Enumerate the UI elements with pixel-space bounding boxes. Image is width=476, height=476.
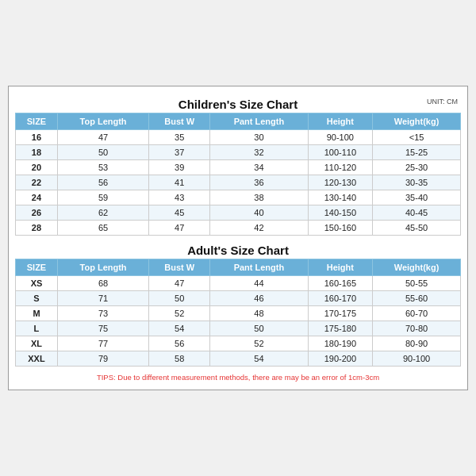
table-cell: 170-175 — [308, 306, 373, 321]
table-cell: 140-150 — [308, 205, 373, 221]
table-cell: 79 — [57, 351, 148, 367]
table-cell: 52 — [149, 306, 210, 321]
table-row: 22564136120-13030-35 — [16, 175, 461, 190]
table-cell: 30 — [210, 130, 308, 145]
table-cell: 43 — [149, 190, 210, 205]
table-cell: 75 — [57, 321, 148, 336]
table-cell: 24 — [16, 190, 58, 205]
table-cell: 38 — [210, 190, 308, 205]
children-header-row: SIZETop LengthBust WPant LengthHeightWei… — [16, 113, 461, 130]
table-cell: 56 — [149, 336, 210, 351]
table-cell: 65 — [57, 221, 148, 236]
table-cell: 56 — [57, 175, 148, 190]
table-row: 1647353090-100<15 — [16, 130, 461, 145]
children-title-text: Children's Size Chart — [178, 98, 298, 111]
table-cell: 175-180 — [308, 321, 373, 336]
table-cell: 190-200 — [308, 351, 373, 367]
table-cell: 47 — [149, 276, 210, 291]
table-cell: 55-60 — [373, 291, 461, 306]
adult-header-row: SIZETop LengthBust WPant LengthHeightWei… — [16, 259, 461, 276]
table-cell: 18 — [16, 145, 58, 160]
table-cell: 58 — [149, 351, 210, 367]
table-cell: 42 — [210, 221, 308, 236]
table-row: XS684744160-16550-55 — [16, 276, 461, 291]
adult-header-cell: SIZE — [16, 259, 58, 276]
table-row: XXL795854190-20090-100 — [16, 351, 461, 367]
children-header-cell: Weight(kg) — [373, 113, 461, 130]
table-cell: 60-70 — [373, 306, 461, 321]
table-cell: 52 — [210, 336, 308, 351]
table-cell: 45-50 — [373, 221, 461, 236]
adult-size-table: SIZETop LengthBust WPant LengthHeightWei… — [15, 259, 461, 367]
table-cell: XL — [16, 336, 58, 351]
table-cell: 45 — [149, 205, 210, 221]
table-cell: 150-160 — [308, 221, 373, 236]
chart-container: Children's Size Chart UNIT: CM SIZETop L… — [8, 86, 468, 390]
table-cell: 47 — [149, 221, 210, 236]
table-cell: 20 — [16, 160, 58, 175]
table-cell: 70-80 — [373, 321, 461, 336]
table-cell: 40 — [210, 205, 308, 221]
table-cell: 35-40 — [373, 190, 461, 205]
table-cell: XS — [16, 276, 58, 291]
adult-header-cell: Top Length — [57, 259, 148, 276]
table-cell: 26 — [16, 205, 58, 221]
adult-header-cell: Bust W — [149, 259, 210, 276]
table-cell: 130-140 — [308, 190, 373, 205]
table-cell: 80-90 — [373, 336, 461, 351]
table-cell: 50-55 — [373, 276, 461, 291]
table-cell: 28 — [16, 221, 58, 236]
table-cell: 44 — [210, 276, 308, 291]
table-cell: 120-130 — [308, 175, 373, 190]
table-row: 24594338130-14035-40 — [16, 190, 461, 205]
table-cell: 50 — [149, 291, 210, 306]
table-row: 26624540140-15040-45 — [16, 205, 461, 221]
children-size-table: SIZETop LengthBust WPant LengthHeightWei… — [15, 113, 461, 236]
table-cell: 77 — [57, 336, 148, 351]
table-cell: 90-100 — [373, 351, 461, 367]
table-cell: 160-165 — [308, 276, 373, 291]
table-cell: 110-120 — [308, 160, 373, 175]
table-cell: 47 — [57, 130, 148, 145]
table-cell: S — [16, 291, 58, 306]
table-cell: 46 — [210, 291, 308, 306]
table-cell: 36 — [210, 175, 308, 190]
unit-label: UNIT: CM — [427, 98, 458, 106]
table-row: L755450175-18070-80 — [16, 321, 461, 336]
table-cell: 90-100 — [308, 130, 373, 145]
adult-section-title: Adult's Size Chart — [15, 239, 461, 259]
table-cell: M — [16, 306, 58, 321]
table-row: XL775652180-19080-90 — [16, 336, 461, 351]
table-cell: 160-170 — [308, 291, 373, 306]
children-header-cell: Height — [308, 113, 373, 130]
table-cell: 25-30 — [373, 160, 461, 175]
table-cell: 35 — [149, 130, 210, 145]
table-row: 18503732100-11015-25 — [16, 145, 461, 160]
table-cell: 180-190 — [308, 336, 373, 351]
table-cell: 54 — [149, 321, 210, 336]
table-cell: 30-35 — [373, 175, 461, 190]
table-cell: 73 — [57, 306, 148, 321]
children-header-cell: Top Length — [57, 113, 148, 130]
table-cell: 50 — [210, 321, 308, 336]
children-header-cell: Bust W — [149, 113, 210, 130]
children-header-cell: Pant Length — [210, 113, 308, 130]
adult-header-cell: Pant Length — [210, 259, 308, 276]
table-cell: 37 — [149, 145, 210, 160]
table-cell: 15-25 — [373, 145, 461, 160]
children-section-title: Children's Size Chart UNIT: CM — [15, 93, 461, 113]
table-cell: L — [16, 321, 58, 336]
table-cell: 50 — [57, 145, 148, 160]
table-cell: 39 — [149, 160, 210, 175]
table-cell: 68 — [57, 276, 148, 291]
adult-header-cell: Height — [308, 259, 373, 276]
table-cell: XXL — [16, 351, 58, 367]
table-cell: 41 — [149, 175, 210, 190]
table-cell: 22 — [16, 175, 58, 190]
adult-header-cell: Weight(kg) — [373, 259, 461, 276]
table-cell: 32 — [210, 145, 308, 160]
table-cell: 62 — [57, 205, 148, 221]
table-cell: 59 — [57, 190, 148, 205]
table-cell: 48 — [210, 306, 308, 321]
table-cell: 40-45 — [373, 205, 461, 221]
